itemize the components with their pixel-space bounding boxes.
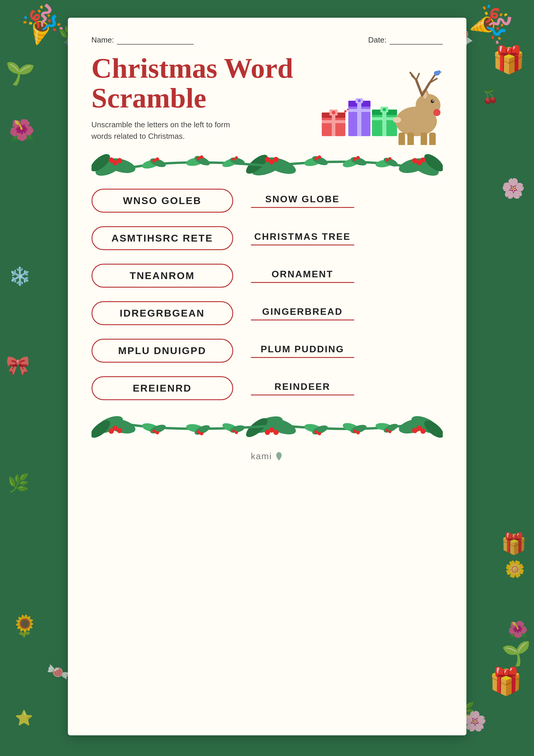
holly-divider-bottom <box>92 410 443 443</box>
scrambled-word-4: IDREGRBGEAN <box>92 301 233 325</box>
svg-point-51 <box>109 157 114 163</box>
svg-point-75 <box>235 156 238 159</box>
answer-text-3: ORNAMENT <box>251 269 354 283</box>
svg-point-121 <box>318 432 321 435</box>
svg-point-87 <box>388 157 391 160</box>
svg-point-86 <box>386 159 388 162</box>
main-title: Christmas Word Scramble <box>92 53 319 113</box>
scrambled-word-1: WNSO GOLEB <box>92 189 233 213</box>
answer-text-4: GINGERBREAD <box>251 306 354 320</box>
answer-area-2: CHRISTMAS TREE <box>251 231 443 245</box>
branch-deco-right: 🌱 <box>501 640 531 667</box>
title-line1: Christmas Word <box>92 52 293 84</box>
name-input-line[interactable] <box>117 36 194 44</box>
title-line2: Scramble <box>92 82 206 114</box>
svg-rect-2 <box>332 113 335 136</box>
answer-text-1: SNOW GLOBE <box>251 194 354 208</box>
svg-point-79 <box>318 155 321 159</box>
svg-point-112 <box>197 430 200 434</box>
scrambled-word-2: ASMTIHSRC RETE <box>92 226 233 250</box>
holly-divider-top <box>92 147 443 179</box>
svg-point-6 <box>332 111 335 114</box>
scramble-row-3: TNEANROM ORNAMENT <box>92 258 443 293</box>
svg-point-44 <box>344 110 347 113</box>
candy-deco-top-right: 🎉 <box>467 0 517 47</box>
name-field: Name: <box>92 36 194 44</box>
branch-deco-left: 🌱 <box>0 55 36 91</box>
svg-point-105 <box>420 428 426 434</box>
svg-rect-9 <box>357 101 361 136</box>
svg-point-99 <box>265 430 270 435</box>
svg-point-67 <box>156 157 159 161</box>
berry-deco-top-right: 🍒 <box>482 89 498 104</box>
svg-point-125 <box>356 431 360 434</box>
svg-rect-16 <box>382 110 387 136</box>
svg-marker-43 <box>441 71 442 73</box>
star-deco-bottom-left: ⭐ <box>15 709 33 726</box>
date-label: Date: <box>368 36 387 44</box>
scramble-row-1: WNSO GOLEB SNOW GLOBE <box>92 183 443 218</box>
answer-area-3: ORNAMENT <box>251 269 443 283</box>
candy-deco-top-left: 🎉 <box>17 0 67 47</box>
svg-point-62 <box>412 158 417 163</box>
svg-point-42 <box>437 70 441 74</box>
svg-point-23 <box>433 109 441 116</box>
svg-point-20 <box>383 108 386 111</box>
svg-rect-38 <box>421 133 427 145</box>
scramble-row-6: EREIENRD REINDEER <box>92 371 443 405</box>
worksheet-paper: Name: Date: Christmas Word Scramble Unsc… <box>68 18 467 735</box>
svg-point-92 <box>117 428 122 433</box>
gift-deco-bottom-right: 🎁 <box>489 666 522 697</box>
svg-rect-36 <box>398 133 405 145</box>
svg-point-57 <box>265 157 270 162</box>
scramble-row-4: IDREGRBGEAN GINGERBREAD <box>92 296 443 331</box>
svg-point-108 <box>152 429 156 433</box>
svg-point-120 <box>314 430 318 434</box>
svg-rect-3 <box>322 120 345 123</box>
side-deco-lower-left: 🌿 <box>7 472 30 494</box>
svg-rect-39 <box>429 133 436 145</box>
svg-point-128 <box>386 429 388 432</box>
scramble-row-5: MPLU DNUIGPD PLUM PUDDING <box>92 334 443 368</box>
date-field: Date: <box>368 36 442 44</box>
title-text-block: Christmas Word Scramble Unscramble the l… <box>92 53 319 142</box>
svg-point-40 <box>393 117 401 123</box>
subtitle-description: Unscramble the letters on the left to fo… <box>92 119 248 142</box>
svg-point-45 <box>347 109 349 110</box>
kami-logo-icon <box>275 451 283 461</box>
name-label: Name: <box>92 36 114 44</box>
answer-text-6: REINDEER <box>251 381 354 395</box>
svg-rect-37 <box>407 133 414 145</box>
flower-deco-right-1: 🌸 <box>501 177 525 200</box>
gift-deco-top-right: 🎁 <box>492 44 525 75</box>
answer-area-1: SNOW GLOBE <box>251 194 443 208</box>
kami-text: kami <box>251 451 272 461</box>
svg-point-24 <box>431 99 434 103</box>
illustration-area <box>319 53 443 142</box>
svg-point-13 <box>358 99 361 102</box>
svg-point-129 <box>388 430 391 433</box>
svg-point-25 <box>433 100 434 101</box>
answer-text-5: PLUM PUDDING <box>251 344 354 358</box>
svg-point-109 <box>156 431 159 434</box>
svg-point-113 <box>200 432 203 435</box>
flower-deco-left-3: 🌻 <box>12 614 38 638</box>
svg-line-34 <box>416 73 419 80</box>
flower-deco-left-2: ❄️ <box>9 266 31 287</box>
scrambled-word-6: EREIENRD <box>92 376 233 400</box>
answer-area-4: GINGERBREAD <box>251 306 443 320</box>
svg-point-98 <box>273 430 279 435</box>
svg-point-82 <box>353 157 357 161</box>
answer-area-6: REINDEER <box>251 381 443 395</box>
svg-point-50 <box>117 158 122 163</box>
scramble-rows: WNSO GOLEB SNOW GLOBE ASMTIHSRC RETE CHR… <box>92 183 443 405</box>
title-section: Christmas Word Scramble Unscramble the l… <box>92 53 443 142</box>
scrambled-word-3: TNEANROM <box>92 264 233 288</box>
side-deco-right-mid: 🎁 <box>501 531 527 556</box>
svg-point-124 <box>353 429 357 433</box>
svg-rect-35 <box>421 114 431 126</box>
answer-area-5: PLUM PUDDING <box>251 344 443 358</box>
illustration-svg <box>319 53 443 145</box>
date-input-line[interactable] <box>390 36 443 44</box>
svg-point-104 <box>412 428 417 433</box>
